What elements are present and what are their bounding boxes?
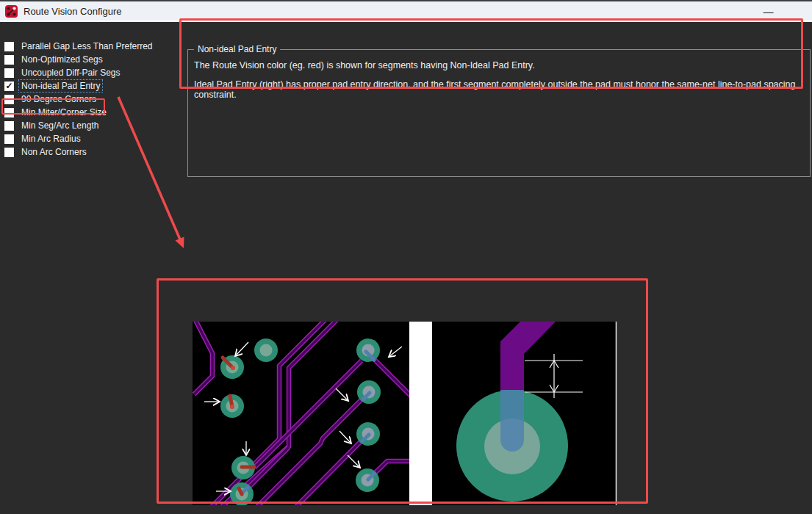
- checkbox-item-min-seg-arc-length[interactable]: Min Seg/Arc Length: [4, 119, 156, 132]
- checkbox-label-non-optimized-segs: Non-Optimized Segs: [18, 53, 106, 66]
- checkbox-label-min-miter-corner-size: Min Miter/Corner Size: [18, 106, 109, 119]
- groupbox-non-ideal-pad-entry: Non-ideal Pad Entry The Route Vision col…: [187, 49, 811, 177]
- checkbox-item-non-optimized-segs[interactable]: Non-Optimized Segs: [4, 53, 156, 66]
- checkbox-label-uncoupled-diff-pair-segs: Uncoupled Diff-Pair Segs: [18, 66, 123, 79]
- checkbox-item-min-miter-corner-size[interactable]: Min Miter/Corner Size: [4, 106, 156, 119]
- window-title: Route Vision Configure: [24, 6, 121, 17]
- checkbox-item-uncoupled-diff-pair-segs[interactable]: Uncoupled Diff-Pair Segs: [4, 66, 156, 79]
- checkbox-box-min-miter-corner-size[interactable]: [4, 108, 14, 117]
- checkbox-item-90-degree-corners[interactable]: 90 Degree Corners: [4, 93, 156, 106]
- groupbox-description: The Route Vision color (eg. red) is show…: [188, 50, 810, 100]
- checkbox-box-90-degree-corners[interactable]: [4, 95, 14, 104]
- checkbox-label-min-seg-arc-length: Min Seg/Arc Length: [18, 119, 101, 132]
- route-vision-app-icon[interactable]: [5, 5, 18, 18]
- checkbox-box-non-ideal-pad-entry[interactable]: ✓: [4, 82, 14, 91]
- groupbox-title: Non-ideal Pad Entry: [194, 44, 280, 54]
- title-bar: Route Vision Configure —: [0, 0, 812, 21]
- checkbox-item-non-ideal-pad-entry[interactable]: ✓Non-ideal Pad Entry: [4, 79, 156, 93]
- checkbox-label-non-arc-corners: Non Arc Corners: [18, 145, 90, 159]
- pcb-via-icon: [5, 5, 18, 18]
- ideal-entry-overlap: [500, 390, 524, 452]
- route-vision-option-list: Parallel Gap Less Than PreferredNon-Opti…: [4, 40, 156, 159]
- panel-gap: [409, 322, 432, 505]
- dialog-client-area: Parallel Gap Less Than PreferredNon-Opti…: [0, 22, 812, 514]
- pcb-illustration: [193, 322, 617, 505]
- checkbox-label-min-arc-radius: Min Arc Radius: [18, 132, 84, 145]
- checkbox-label-non-ideal-pad-entry: Non-ideal Pad Entry: [18, 79, 103, 93]
- checkbox-box-non-optimized-segs[interactable]: [4, 55, 14, 65]
- checkbox-box-min-seg-arc-length[interactable]: [4, 121, 14, 131]
- checkbox-item-parallel-gap-less-than-preferred[interactable]: Parallel Gap Less Than Preferred: [4, 40, 156, 53]
- description-line-2: Ideal Pad Entry (right) has proper pad e…: [194, 79, 802, 100]
- checkbox-box-min-arc-radius[interactable]: [4, 134, 14, 144]
- description-line-1: The Route Vision color (eg. red) is show…: [194, 60, 802, 70]
- checkbox-box-non-arc-corners[interactable]: [4, 148, 14, 157]
- checkbox-item-min-arc-radius[interactable]: Min Arc Radius: [4, 132, 156, 145]
- checkbox-item-non-arc-corners[interactable]: Non Arc Corners: [4, 145, 156, 159]
- checkbox-box-uncoupled-diff-pair-segs[interactable]: [4, 68, 14, 78]
- checkbox-label-parallel-gap-less-than-preferred: Parallel Gap Less Than Preferred: [18, 40, 156, 53]
- checkbox-box-parallel-gap-less-than-preferred[interactable]: [4, 42, 14, 51]
- checkbox-label-90-degree-corners: 90 Degree Corners: [18, 93, 99, 106]
- minimize-button[interactable]: —: [748, 1, 788, 22]
